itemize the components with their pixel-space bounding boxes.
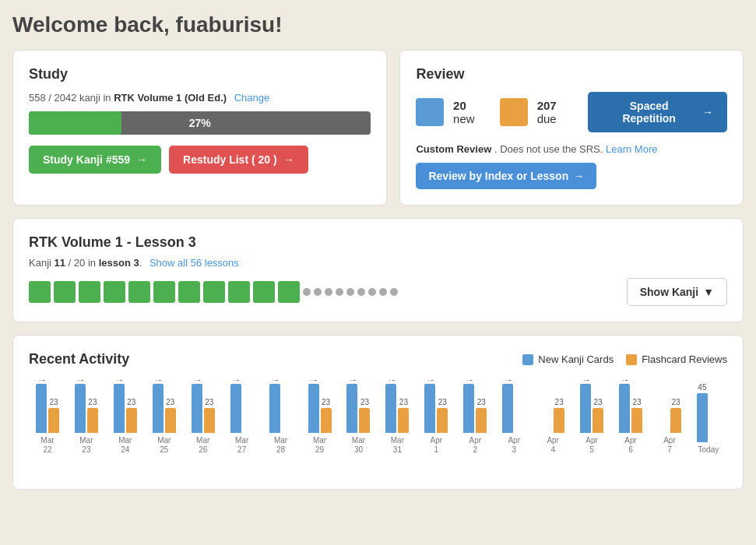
lesson-info: Kanji 11 / 20 in lesson 3. Show all 56 l… (29, 257, 727, 269)
show-kanji-button[interactable]: Show Kanji ▼ (627, 278, 727, 306)
learn-more-link[interactable]: Learn More (606, 143, 657, 155)
new-count: 20 (453, 99, 466, 112)
orange-bar-wrap: 23 (321, 398, 332, 433)
chart-bars: 45 (269, 380, 293, 433)
show-all-lessons-link[interactable]: Show all 56 lessons (149, 257, 239, 269)
blue-bar-wrap: 45 (346, 380, 357, 433)
custom-review-suffix: . Does not use the SRS. (494, 143, 603, 155)
chart-date-label: Today (698, 445, 719, 455)
chart-date-label: Mar25 (157, 436, 171, 455)
activity-header: Recent Activity New Kanji Cards Flashcar… (29, 351, 727, 367)
study-progress-text: 558 / 2042 kanji in (29, 92, 111, 104)
kanji-block-filled (253, 281, 275, 303)
legend-new-label: New Kanji Cards (538, 353, 614, 365)
chart-bars: 4523 (346, 380, 370, 433)
orange-bar-label: 23 (205, 398, 213, 406)
chart-bars: 4523 (308, 380, 332, 433)
chart-group: 45Today (690, 380, 727, 455)
kanji-block-filled (203, 281, 225, 303)
orange-bar-wrap: 23 (592, 398, 603, 433)
blue-bar (424, 384, 435, 433)
blue-bar (36, 384, 47, 433)
chart-bars: 4523 (36, 380, 59, 433)
blue-bar-label: 45 (37, 380, 45, 382)
review-by-index-label: Review by Index or Lesson (428, 170, 568, 182)
chart-date-label: Apr4 (547, 436, 559, 455)
orange-bar (321, 408, 332, 433)
lesson-heading: RTK Volume 1 - Lesson 3 (29, 234, 727, 251)
blue-bar (385, 384, 396, 433)
due-count: 207 (537, 99, 557, 112)
legend-new-item: New Kanji Cards (522, 353, 614, 365)
chart-date-label: Apr3 (508, 436, 520, 455)
blue-bar-label: 45 (114, 380, 123, 382)
kanji-block-filled (79, 281, 100, 303)
new-cube-icon (416, 98, 444, 126)
orange-bar (48, 408, 59, 433)
blue-bar-wrap: 45 (308, 380, 319, 433)
orange-bar (398, 408, 409, 433)
blue-bar-wrap: 45 (385, 380, 396, 433)
orange-bar-wrap: 23 (126, 398, 137, 433)
chart-group: 4523Mar30 (340, 380, 378, 455)
chart-group: 4523Mar24 (107, 380, 144, 455)
restudy-list-button[interactable]: Restudy List ( 20 ) → (169, 146, 308, 174)
blue-bar-label: 45 (76, 380, 84, 382)
orange-bar (359, 408, 370, 433)
blue-bar-wrap: 45 (36, 380, 47, 433)
orange-bar-wrap: 23 (670, 398, 681, 433)
orange-bar-label: 23 (438, 398, 447, 406)
chevron-down-icon: ▼ (703, 286, 714, 298)
study-card: Study 558 / 2042 kanji in RTK Volume 1 (… (12, 50, 387, 206)
orange-bar-wrap: 23 (204, 398, 215, 433)
study-btn-row: Study Kanji #559 → Restudy List ( 20 ) → (29, 146, 371, 174)
blue-bar (269, 384, 280, 433)
lesson-card: RTK Volume 1 - Lesson 3 Kanji 11 / 20 in… (12, 218, 744, 322)
study-rtk-label: RTK Volume 1 (Old Ed.) (114, 92, 227, 104)
chart-bars: 4523 (153, 380, 176, 433)
blue-bar (75, 384, 86, 433)
orange-bar-wrap: 23 (398, 398, 409, 433)
activity-chart: 4523Mar224523Mar234523Mar244523Mar254523… (29, 380, 727, 473)
chart-date-label: Mar31 (391, 436, 404, 455)
blue-bar-wrap: 45 (424, 380, 435, 433)
blue-bar-label: 45 (231, 380, 240, 382)
due-cube-icon (500, 98, 528, 126)
review-by-index-button[interactable]: Review by Index or Lesson → (416, 163, 596, 189)
orange-bar-label: 23 (594, 398, 603, 406)
restudy-list-label: Restudy List ( 20 ) (183, 153, 277, 166)
show-kanji-label: Show Kanji (640, 286, 698, 298)
chart-date-label: Mar26 (196, 436, 209, 455)
orange-bar-label: 23 (632, 398, 641, 406)
blue-bar-label: 45 (348, 380, 357, 382)
blue-bar (463, 384, 474, 433)
change-link[interactable]: Change (234, 92, 270, 104)
chart-date-label: Apr2 (469, 436, 482, 455)
orange-bar (476, 408, 487, 433)
chart-bars: 45 (502, 380, 526, 433)
chart-group: 45Mar27 (223, 380, 261, 455)
blue-bar-label: 45 (270, 380, 279, 382)
blue-bar-label: 45 (504, 380, 512, 382)
kanji-block-filled (29, 281, 51, 303)
spaced-repetition-button[interactable]: Spaced Repetition → (588, 92, 727, 132)
study-kanji-button[interactable]: Study Kanji #559 → (29, 146, 161, 174)
kanji-dot-empty (357, 288, 365, 296)
chart-group: 4523Mar23 (68, 380, 105, 455)
arrow-right-icon: → (136, 153, 147, 166)
chart-date-label: Mar23 (79, 436, 93, 455)
orange-bar-wrap: 23 (87, 398, 98, 433)
chart-bars: 23 (658, 380, 681, 433)
study-info: 558 / 2042 kanji in RTK Volume 1 (Old Ed… (29, 92, 371, 104)
progress-bar-outer: 27% (29, 111, 371, 135)
chart-group: 45Apr3 (495, 380, 533, 455)
blue-bar (697, 393, 708, 442)
blue-bar (114, 384, 125, 433)
orange-bar-wrap: 23 (631, 398, 642, 433)
legend-review-label: Flashcard Reviews (642, 353, 727, 365)
orange-bar-wrap: 23 (359, 398, 370, 433)
chart-date-label: Apr6 (624, 436, 637, 455)
due-label: due (537, 112, 557, 125)
blue-bar (192, 384, 202, 433)
kanji-block-filled (128, 281, 150, 303)
